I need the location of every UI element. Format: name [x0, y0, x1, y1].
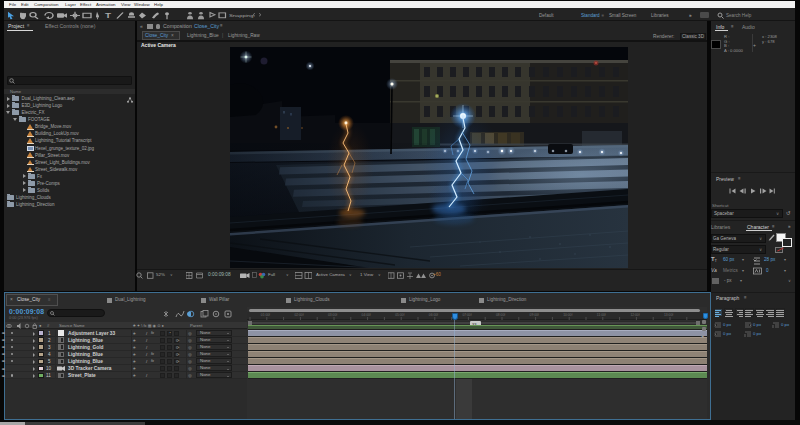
svg-text:05:00f: 05:00f [395, 313, 404, 317]
svg-text:09:00f: 09:00f [530, 313, 539, 317]
svg-text:07:00f: 07:00f [462, 313, 471, 317]
svg-text:10:00f: 10:00f [563, 313, 572, 317]
svg-text:02:00f: 02:00f [294, 313, 303, 317]
svg-text:06:00f: 06:00f [429, 313, 438, 317]
svg-text:12:00f: 12:00f [630, 313, 639, 317]
svg-text:11:00f: 11:00f [597, 313, 606, 317]
svg-text:Snapping: Snapping [229, 13, 254, 18]
svg-text:01:00f: 01:00f [261, 313, 270, 317]
svg-text:03:00f: 03:00f [328, 313, 337, 317]
svg-text:13:00f: 13:00f [664, 313, 673, 317]
svg-text:08:00f: 08:00f [496, 313, 505, 317]
svg-text:04:00f: 04:00f [362, 313, 371, 317]
svg-text:T: T [105, 11, 112, 19]
